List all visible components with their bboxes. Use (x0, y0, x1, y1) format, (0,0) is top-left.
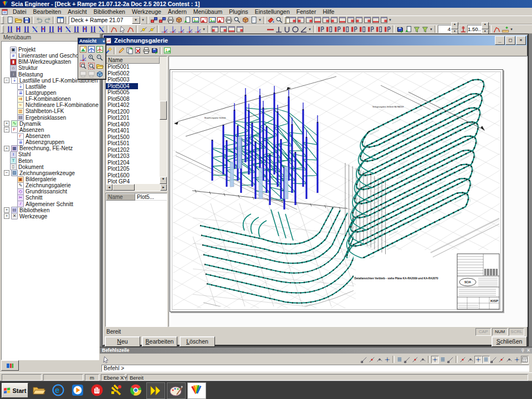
frame-icon[interactable] (216, 16, 224, 24)
stirrup-icon[interactable] (283, 25, 291, 33)
view-3d-icon[interactable] (95, 70, 104, 78)
taskbar-app-scia[interactable] (187, 382, 206, 399)
plot-list-item[interactable]: Plot1204 (106, 160, 160, 166)
section-poly-icon[interactable] (493, 25, 501, 33)
property-name-value[interactable]: Plot5... (135, 193, 167, 201)
close-panel-icon[interactable]: ✕ (526, 347, 530, 354)
rebar-8-icon[interactable] (375, 25, 383, 33)
tree-item-berechnung-fe-netz[interactable]: +▦Berechnung, FE-Netz (2, 145, 99, 151)
document-window-icon[interactable] (2, 9, 8, 15)
tree-item-nichtlineare-lf-kombinationen[interactable]: ≈Nichtlineare LF-Kombinationen (2, 102, 99, 108)
pattern-icon[interactable] (200, 16, 208, 24)
hscroll-thumb[interactable] (112, 184, 135, 191)
view-axo-icon[interactable] (79, 53, 87, 62)
link-1-icon[interactable] (150, 16, 158, 24)
snap-grid-xy-icon[interactable] (447, 356, 454, 364)
tree-item-werkzeuge[interactable]: +✕Werkzeuge (2, 213, 99, 219)
menu-ansicht[interactable]: Ansicht (64, 8, 90, 16)
expand-icon[interactable]: + (4, 213, 9, 219)
copy-plot-icon[interactable] (125, 47, 134, 55)
print-plot-icon[interactable] (142, 47, 150, 55)
plot-list-item[interactable]: Plot GP4 (106, 178, 160, 184)
paint-icon[interactable] (267, 16, 275, 24)
view-win-2-icon[interactable] (296, 16, 305, 24)
view-win-6-icon[interactable] (330, 16, 338, 24)
print-preview-1-icon[interactable] (79, 70, 87, 78)
beam-12-icon[interactable] (97, 25, 105, 33)
menu-bibliotheken[interactable]: Bibliotheken (90, 8, 129, 16)
view-xy-icon[interactable] (79, 45, 87, 53)
plot-list-item[interactable]: Plot1401 (106, 127, 160, 134)
package-icon[interactable] (175, 16, 183, 24)
print-2-icon[interactable] (224, 16, 233, 24)
tree-item-stahlbeton-lfk[interactable]: ▥Stahlbeton-LFK (2, 108, 99, 114)
snap-endpoint-icon[interactable] (360, 356, 368, 364)
beam-3-icon[interactable] (22, 25, 30, 33)
beam-4-icon[interactable] (30, 25, 39, 33)
image-2-icon[interactable] (208, 16, 216, 24)
view-win-4-icon[interactable] (313, 16, 321, 24)
spin-up-icon[interactable]: ▲ (451, 22, 458, 29)
command-panel-titlebar[interactable]: Befehlszeile ⚲ ✕ (100, 347, 532, 354)
snap-track-2-icon[interactable] (474, 356, 482, 364)
menu-datei[interactable]: Datei (9, 8, 30, 16)
tree-item-absenzen[interactable]: −FAbsenzen (2, 127, 99, 133)
beam-7-icon[interactable] (55, 25, 64, 33)
zoom-all-icon[interactable] (87, 62, 95, 70)
more-options-caret[interactable]: ▾ (141, 18, 145, 22)
circle-icon[interactable] (291, 25, 299, 33)
snap-grid-icon[interactable] (439, 356, 447, 364)
command-input[interactable]: Befehl > (101, 365, 529, 372)
rebar-3-icon[interactable] (333, 25, 341, 33)
redo-icon[interactable] (43, 16, 52, 24)
scroll-down-button[interactable]: ▼ (160, 177, 167, 184)
plot-list-item[interactable]: Plot5003 (106, 76, 160, 83)
taskbar-app-arrows[interactable] (146, 382, 165, 399)
delete-plot-icon[interactable] (134, 47, 142, 55)
menu-menbaum[interactable]: Menübaum (190, 8, 226, 16)
preview-plot-icon[interactable] (163, 47, 171, 55)
vw-a-icon[interactable] (211, 25, 219, 33)
plot-list-item[interactable]: Plot1400 (106, 121, 160, 128)
tree-item-lastf-lle[interactable]: ⇣Lastfälle (2, 84, 99, 90)
drawing-canvas[interactable]: SCIAKISPBewehrungsplan VerbleibVerlegean… (168, 56, 528, 327)
view-win-12-icon[interactable] (380, 16, 388, 24)
tree-item-schnitt[interactable]: ✂Schnitt (2, 195, 99, 201)
beam-2-icon[interactable] (14, 25, 22, 33)
save-icon[interactable] (22, 16, 30, 24)
axis-3-icon[interactable] (177, 25, 185, 33)
menu-fenster[interactable]: Fenster (293, 8, 320, 16)
expand-icon[interactable]: + (4, 207, 9, 213)
node-2-icon[interactable] (147, 25, 156, 33)
rebar-7-icon[interactable] (366, 25, 375, 33)
export-doc-icon[interactable] (183, 16, 191, 24)
close-button[interactable]: × (516, 36, 526, 45)
undo-icon[interactable] (35, 16, 43, 24)
tree-item-lastgruppen[interactable]: ⇊Lastgruppen (2, 90, 99, 96)
add-dimension-icon[interactable] (501, 25, 509, 33)
open-icon[interactable] (14, 16, 22, 24)
vw-d-icon[interactable] (236, 25, 244, 33)
draw-line-icon[interactable] (266, 25, 274, 33)
snap-intersection-icon[interactable] (383, 356, 391, 364)
more-options-caret[interactable]: ▾ (429, 27, 433, 32)
chevron-down-icon[interactable]: ▼ (132, 17, 140, 24)
plot-list-item[interactable]: Plot5001 (106, 64, 160, 70)
count-stepper[interactable]: 4▲▼ (438, 25, 459, 33)
collapse-icon[interactable]: − (4, 170, 9, 176)
menu-bearbeiten[interactable]: Bearbeiten (30, 8, 65, 16)
plot-list-item[interactable]: Plot1600 (106, 172, 160, 179)
open-view-icon[interactable] (95, 62, 104, 70)
delete-button[interactable]: Löschen (180, 336, 215, 347)
taskbar-app-explorer[interactable] (30, 382, 48, 398)
more-options-caret[interactable]: ▾ (308, 27, 312, 32)
snap-track-5-icon[interactable] (498, 356, 505, 364)
new-button[interactable]: Neu (105, 336, 140, 347)
plot-list-item[interactable]: Plot1200 (106, 109, 160, 115)
rebar-1-icon[interactable] (316, 25, 325, 33)
snap-track-3-icon[interactable] (482, 356, 490, 364)
axis-5-icon[interactable] (193, 25, 202, 33)
close-gallery-button[interactable]: Schließen (492, 336, 527, 347)
view-xz-icon[interactable] (87, 45, 95, 53)
export-plot-icon[interactable] (150, 47, 158, 55)
